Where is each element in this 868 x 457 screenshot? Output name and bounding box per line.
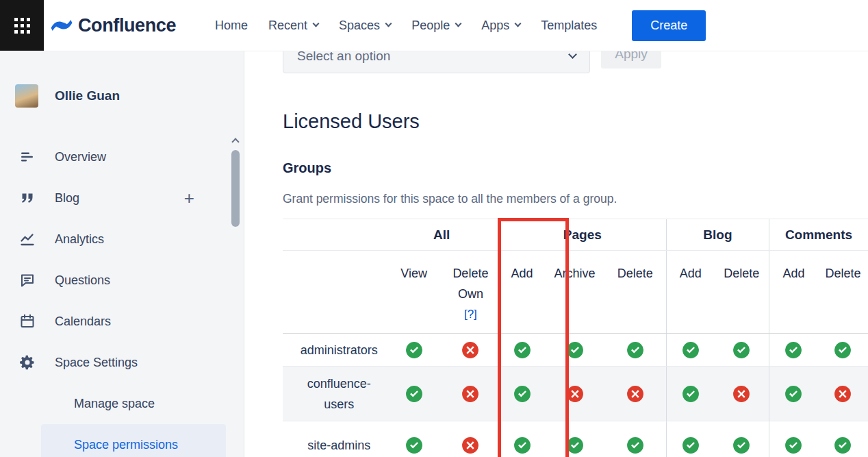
add-blog-icon[interactable]: + bbox=[184, 189, 194, 207]
confluence-logo[interactable]: Confluence bbox=[51, 14, 176, 36]
permission-cell bbox=[769, 421, 817, 457]
sidebar-user[interactable]: Ollie Guan bbox=[15, 84, 120, 108]
column-header-label: View bbox=[385, 263, 442, 284]
nav-item-apps[interactable]: Apps bbox=[471, 18, 531, 33]
column-header-label: Add bbox=[769, 263, 818, 284]
column-header-label: Delete bbox=[818, 263, 868, 284]
permission-cell bbox=[545, 334, 604, 367]
sidebar-item-analytics[interactable]: Analytics bbox=[0, 219, 244, 260]
permission-cell bbox=[604, 367, 666, 421]
permission-cell bbox=[545, 421, 604, 457]
delete-own-help-link[interactable]: [?] bbox=[443, 304, 498, 325]
permission-granted-icon bbox=[385, 341, 442, 359]
nav-item-people[interactable]: People bbox=[401, 18, 471, 33]
permission-cell bbox=[443, 334, 499, 367]
permission-granted-icon bbox=[769, 436, 818, 454]
table-head: AllPagesBlogCommentsViewDelete Own[?]Add… bbox=[283, 219, 868, 334]
sidebar-scrollbar[interactable] bbox=[231, 138, 240, 227]
column-header-delete-4: Delete bbox=[604, 251, 666, 334]
permission-granted-icon bbox=[818, 436, 868, 454]
permission-granted-icon bbox=[499, 341, 545, 359]
permission-granted-icon bbox=[818, 341, 868, 359]
blog-quote-icon bbox=[19, 190, 36, 206]
groups-heading: Groups bbox=[283, 160, 331, 176]
column-group-pages: Pages bbox=[498, 219, 666, 251]
permission-denied-icon bbox=[604, 385, 666, 403]
permission-cell bbox=[385, 334, 442, 367]
nav-item-templates[interactable]: Templates bbox=[531, 18, 607, 33]
permission-granted-icon bbox=[715, 436, 769, 454]
confluence-logo-icon bbox=[51, 14, 73, 36]
column-header-delete-8: Delete bbox=[818, 251, 868, 334]
topnav-items: HomeRecentSpacesPeopleAppsTemplates bbox=[205, 18, 607, 33]
column-header-delete-own-1: Delete Own[?] bbox=[443, 251, 499, 334]
permission-granted-icon bbox=[545, 436, 604, 454]
permission-cell bbox=[818, 367, 868, 421]
empty-header-cell bbox=[283, 251, 385, 334]
permission-granted-icon bbox=[604, 436, 666, 454]
permission-granted-icon bbox=[499, 385, 545, 403]
permission-granted-icon bbox=[385, 385, 442, 403]
scrollbar-thumb[interactable] bbox=[231, 150, 240, 227]
permission-cell bbox=[666, 367, 714, 421]
top-navigation: Confluence HomeRecentSpacesPeopleAppsTem… bbox=[0, 0, 868, 51]
nav-item-home[interactable]: Home bbox=[205, 18, 258, 33]
column-header-delete-6: Delete bbox=[715, 251, 769, 334]
permission-granted-icon bbox=[604, 341, 666, 359]
table-body: administratorsconfluence-userssite-admin… bbox=[283, 334, 868, 457]
sidebar-item-label: Blog bbox=[55, 191, 79, 206]
sidebar-item-manage-space[interactable]: Manage space bbox=[0, 383, 244, 424]
nav-item-spaces[interactable]: Spaces bbox=[329, 18, 401, 33]
confluence-app: Confluence HomeRecentSpacesPeopleAppsTem… bbox=[0, 0, 868, 457]
gear-icon bbox=[19, 354, 36, 371]
sidebar-item-space-permissions[interactable]: Space permissions bbox=[41, 424, 226, 457]
nav-item-label: Templates bbox=[541, 18, 597, 33]
nav-item-label: Home bbox=[215, 18, 248, 33]
permission-cell bbox=[385, 367, 442, 421]
sidebar-item-label: Space permissions bbox=[74, 438, 178, 452]
sidebar-item-label: Questions bbox=[55, 273, 110, 288]
permission-cell bbox=[769, 367, 817, 421]
column-group-blog: Blog bbox=[666, 219, 769, 251]
calendar-icon bbox=[19, 313, 36, 330]
sidebar-item-space-settings[interactable]: Space Settings bbox=[0, 342, 244, 383]
create-button[interactable]: Create bbox=[632, 10, 706, 41]
column-header-add-7: Add bbox=[769, 251, 817, 334]
column-header-label: Delete bbox=[715, 263, 769, 284]
column-header-label: Archive bbox=[545, 263, 604, 284]
sidebar-item-label: Analytics bbox=[55, 232, 104, 247]
sidebar-item-label: Calendars bbox=[55, 314, 111, 329]
nav-item-label: Apps bbox=[481, 18, 509, 33]
nav-item-label: Recent bbox=[268, 18, 307, 33]
group-name-cell: site-admins bbox=[283, 421, 385, 457]
permission-cell bbox=[666, 421, 714, 457]
permission-cell bbox=[715, 367, 769, 421]
scroll-up-arrow-icon[interactable] bbox=[231, 138, 239, 145]
column-header-archive-3: Archive bbox=[545, 251, 604, 334]
column-header-label: Add bbox=[499, 263, 545, 284]
main-content: Select an option Apply Licensed Users Gr… bbox=[245, 0, 868, 457]
sidebar-item-questions[interactable]: Questions bbox=[0, 260, 244, 301]
permission-cell bbox=[666, 334, 714, 367]
app-switcher-button[interactable] bbox=[0, 0, 44, 51]
column-header-view-0: View bbox=[385, 251, 442, 334]
sidebar-item-blog[interactable]: Blog+ bbox=[0, 177, 244, 219]
nav-item-recent[interactable]: Recent bbox=[258, 18, 329, 33]
nav-item-label: Spaces bbox=[339, 18, 380, 33]
permission-granted-icon bbox=[769, 385, 818, 403]
permission-cell bbox=[443, 367, 499, 421]
permission-cell bbox=[818, 421, 868, 457]
table-row-confluence-users: confluence-users bbox=[283, 367, 868, 421]
column-header-add-2: Add bbox=[498, 251, 545, 334]
column-header-add-5: Add bbox=[666, 251, 714, 334]
sidebar-item-overview[interactable]: Overview bbox=[0, 136, 244, 177]
groups-description: Grant permissions for this space to all … bbox=[283, 192, 617, 206]
permission-denied-icon bbox=[715, 385, 769, 403]
group-name-cell: confluence-users bbox=[283, 367, 385, 421]
permission-cell bbox=[498, 367, 545, 421]
sidebar-item-calendars[interactable]: Calendars bbox=[0, 301, 244, 342]
permission-granted-icon bbox=[769, 341, 818, 359]
column-group-all: All bbox=[385, 219, 498, 251]
column-header-label: Add bbox=[667, 263, 715, 284]
sidebar-item-label: Manage space bbox=[74, 397, 155, 411]
